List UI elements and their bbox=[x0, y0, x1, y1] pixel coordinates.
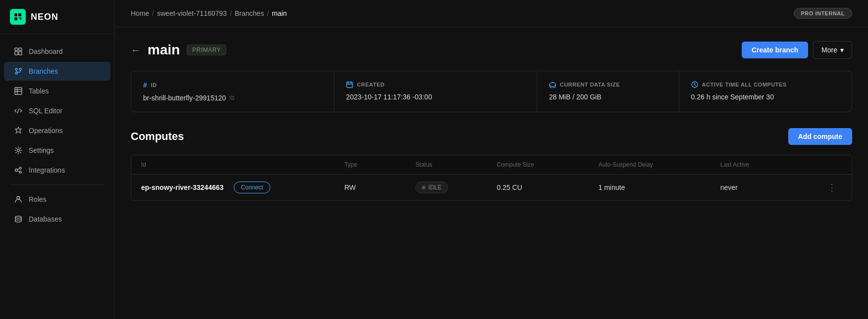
logo-icon bbox=[10, 9, 26, 25]
integrations-icon bbox=[14, 166, 23, 175]
primary-badge: PRIMARY bbox=[187, 45, 226, 55]
breadcrumb-current: main bbox=[272, 9, 287, 17]
svg-rect-6 bbox=[15, 51, 18, 55]
sidebar-item-branches[interactable]: Branches bbox=[4, 62, 110, 81]
back-button[interactable]: ← bbox=[131, 45, 141, 55]
row-status-cell: IDLE bbox=[415, 182, 497, 193]
svg-rect-2 bbox=[14, 17, 17, 20]
table-header-actions bbox=[822, 161, 842, 168]
sidebar-item-databases[interactable]: Databases bbox=[4, 210, 110, 228]
svg-point-28 bbox=[550, 83, 556, 87]
top-bar: Home / sweet-violet-71160793 / Branches … bbox=[115, 0, 868, 27]
sidebar-item-integrations[interactable]: Integrations bbox=[4, 161, 110, 180]
svg-marker-3 bbox=[18, 17, 21, 20]
created-card-value: 2023-10-17 11:17:36 -03:00 bbox=[346, 93, 525, 101]
sidebar-item-label: Integrations bbox=[29, 166, 65, 174]
table-row: ep-snowy-river-33244663 Connect RW IDLE … bbox=[131, 175, 852, 200]
row-compute-size-cell: 0.25 CU bbox=[497, 183, 598, 191]
tables-icon bbox=[14, 87, 23, 95]
svg-rect-7 bbox=[19, 51, 22, 55]
svg-point-8 bbox=[15, 68, 17, 70]
svg-rect-0 bbox=[14, 13, 17, 16]
sidebar: NEON Dashboard bbox=[0, 0, 115, 319]
active-time-card-label: ACTIVE TIME ALL COMPUTES bbox=[702, 82, 787, 88]
row-id-cell: ep-snowy-river-33244663 Connect bbox=[141, 182, 344, 193]
created-value: 2023-10-17 11:17:36 -03:00 bbox=[346, 93, 432, 101]
clock-icon bbox=[691, 81, 698, 88]
page-header-left: ← main PRIMARY bbox=[131, 42, 226, 58]
sql-editor-icon bbox=[14, 106, 23, 115]
svg-point-17 bbox=[15, 169, 18, 172]
svg-rect-4 bbox=[15, 48, 18, 50]
table-header-auto-suspend: Auto-suspend delay bbox=[599, 161, 720, 168]
info-cards: # ID br-shrill-butterfly-29915120 ⧉ bbox=[131, 71, 852, 112]
row-type-cell: RW bbox=[344, 183, 415, 191]
table-header-last-active: Last active bbox=[720, 161, 822, 168]
sidebar-item-label: Dashboard bbox=[29, 47, 63, 55]
created-card-header: CREATED bbox=[346, 81, 525, 88]
svg-point-18 bbox=[19, 167, 21, 169]
computes-section-title: Computes bbox=[131, 130, 184, 143]
compute-id: ep-snowy-river-33244663 bbox=[141, 183, 224, 191]
main-content: Home / sweet-violet-71160793 / Branches … bbox=[115, 0, 868, 319]
sidebar-item-sql-editor[interactable]: SQL Editor bbox=[4, 101, 110, 120]
breadcrumb: Home / sweet-violet-71160793 / Branches … bbox=[131, 9, 287, 17]
sidebar-item-label: Roles bbox=[29, 195, 47, 203]
page-content: ← main PRIMARY Create branch More ▾ # ID bbox=[115, 27, 868, 215]
svg-rect-5 bbox=[19, 48, 22, 50]
sidebar-item-roles[interactable]: Roles bbox=[4, 190, 110, 209]
sidebar-item-tables[interactable]: Tables bbox=[4, 82, 110, 100]
svg-point-9 bbox=[19, 68, 21, 70]
create-branch-button[interactable]: Create branch bbox=[742, 42, 808, 58]
sidebar-item-label: SQL Editor bbox=[29, 107, 62, 115]
active-time-value: 0.26 h since September 30 bbox=[691, 93, 774, 101]
sidebar-item-dashboard[interactable]: Dashboard bbox=[4, 42, 110, 61]
active-time-card: ACTIVE TIME ALL COMPUTES 0.26 h since Se… bbox=[679, 71, 852, 112]
breadcrumb-project[interactable]: sweet-violet-71160793 bbox=[157, 9, 227, 17]
svg-rect-11 bbox=[15, 88, 22, 94]
svg-point-16 bbox=[17, 149, 20, 152]
sidebar-item-operations[interactable]: Operations bbox=[4, 121, 110, 140]
sidebar-item-label: Settings bbox=[29, 146, 54, 154]
add-compute-button[interactable]: Add compute bbox=[788, 128, 852, 145]
sidebar-item-label: Databases bbox=[29, 215, 62, 223]
active-time-card-header: ACTIVE TIME ALL COMPUTES bbox=[691, 81, 840, 88]
more-button[interactable]: More ▾ bbox=[813, 41, 852, 59]
branches-icon bbox=[14, 67, 23, 76]
sidebar-item-label: Operations bbox=[29, 127, 62, 135]
active-time-card-value: 0.26 h since September 30 bbox=[691, 93, 840, 101]
data-size-card: CURRENT DATA SIZE 28 MiB / 200 GiB bbox=[537, 71, 679, 112]
row-auto-suspend-cell: 1 minute bbox=[599, 183, 720, 191]
id-card-header: # ID bbox=[143, 81, 322, 89]
copy-icon[interactable]: ⧉ bbox=[230, 94, 234, 102]
logo: NEON bbox=[0, 0, 114, 34]
svg-rect-1 bbox=[18, 13, 21, 16]
nav-divider bbox=[10, 184, 104, 185]
created-card-label: CREATED bbox=[357, 82, 385, 88]
svg-line-33 bbox=[695, 85, 696, 86]
page-header-right: Create branch More ▾ bbox=[742, 41, 852, 59]
hash-icon: # bbox=[143, 81, 147, 89]
status-dot bbox=[422, 186, 425, 189]
pro-badge: PRO INTERNAL bbox=[794, 8, 853, 19]
disk-icon bbox=[549, 81, 556, 88]
svg-line-15 bbox=[17, 108, 19, 113]
operations-icon bbox=[14, 126, 23, 135]
breadcrumb-sep-3: / bbox=[267, 9, 269, 17]
row-more-button[interactable]: ⋮ bbox=[822, 182, 842, 193]
breadcrumb-home[interactable]: Home bbox=[131, 9, 149, 17]
sidebar-item-settings[interactable]: Settings bbox=[4, 141, 110, 160]
logo-text: NEON bbox=[31, 12, 58, 22]
settings-icon bbox=[14, 146, 23, 155]
id-card-value: br-shrill-butterfly-29915120 ⧉ bbox=[143, 94, 322, 102]
breadcrumb-branches[interactable]: Branches bbox=[235, 9, 264, 17]
id-card: # ID br-shrill-butterfly-29915120 ⧉ bbox=[131, 71, 334, 112]
svg-point-23 bbox=[15, 216, 21, 218]
connect-button[interactable]: Connect bbox=[234, 182, 271, 193]
svg-point-19 bbox=[19, 171, 21, 173]
sidebar-item-label: Tables bbox=[29, 87, 49, 95]
svg-line-20 bbox=[17, 169, 19, 170]
svg-point-22 bbox=[17, 196, 20, 199]
status-badge: IDLE bbox=[415, 182, 448, 193]
chevron-down-icon: ▾ bbox=[840, 46, 844, 54]
